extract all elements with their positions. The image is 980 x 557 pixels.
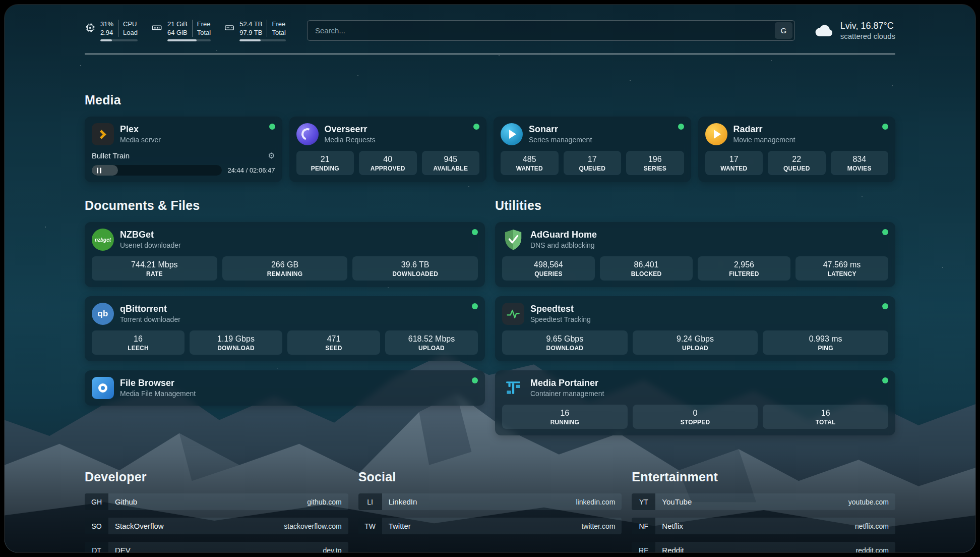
stat-queued: 22 QUEUED: [768, 151, 826, 175]
disk-widget: 52.4 TB Free 97.9 TB Total: [224, 20, 286, 41]
adguard-titles: AdGuard Home DNS and adblocking: [530, 230, 597, 250]
memory-widget: 21 GiB Free 64 GiB Total: [151, 20, 211, 41]
bookmark-github[interactable]: GH Github github.com: [85, 493, 348, 510]
app-card-portainer[interactable]: Media Portainer Container management 16 …: [495, 370, 895, 435]
status-online-dot: [472, 229, 478, 235]
stat-filtered: 2,956 FILTERED: [698, 256, 790, 281]
bookmark-stackoverflow[interactable]: SO StackOverflow stackoverflow.com: [85, 518, 348, 534]
linkedin-icon: LI: [358, 493, 382, 510]
search-engine-button[interactable]: G: [775, 22, 792, 39]
snow-flakes: [5, 5, 6, 6]
documents-section-title: Documents & Files: [85, 198, 485, 213]
nzbget-titles: NZBGet Usenet downloader: [120, 230, 181, 250]
bookmark-reddit[interactable]: RE Reddit reddit.com: [632, 542, 895, 553]
memory-widget-body: 21 GiB Free 64 GiB Total: [167, 20, 211, 41]
filebrowser-icon: [92, 377, 114, 399]
app-name: NZBGet: [120, 230, 181, 240]
memory-free-label: Free: [192, 20, 211, 28]
hard-drive-icon: [224, 22, 235, 33]
bookmark-name: LinkedIn: [382, 497, 576, 506]
app-card-filebrowser[interactable]: File Browser Media File Management: [85, 370, 485, 406]
gear-icon[interactable]: ⚙: [268, 151, 275, 160]
app-card-radarr[interactable]: Radarr Movie management 17 WANTED 22 QUE…: [698, 117, 896, 182]
stat-wanted: 17 WANTED: [705, 151, 763, 175]
bookmark-name: DEV: [108, 546, 323, 553]
bookmark-netflix[interactable]: NF Netflix netflix.com: [632, 518, 895, 534]
bookmark-url: reddit.com: [856, 546, 895, 553]
utilities-section-title: Utilities: [495, 198, 895, 213]
portainer-titles: Media Portainer Container management: [530, 378, 604, 398]
overseerr-icon: [296, 123, 319, 145]
memory-progress-bar: [167, 39, 211, 41]
app-name: File Browser: [120, 378, 196, 388]
app-subtitle: DNS and adblocking: [530, 241, 597, 250]
media-section-title: Media: [85, 93, 895, 107]
sonarr-titles: Sonarr Series management: [529, 124, 592, 144]
memory-total-value: 64 GiB: [167, 28, 188, 37]
stat-running: 16 RUNNING: [502, 405, 628, 429]
stat-rate: 744.21 Mbps RATE: [92, 256, 217, 281]
sonarr-icon: [501, 123, 523, 145]
disk-total-label: Total: [267, 28, 285, 37]
nzbget-icon: nzbget: [92, 229, 114, 251]
disk-total-value: 97.9 TB: [239, 28, 262, 37]
section-social: Social LI LinkedIn linkedin.com TW Twitt…: [358, 470, 622, 553]
stat-queued: 17 QUEUED: [564, 151, 622, 175]
stat-seed: 471 SEED: [287, 330, 380, 355]
bookmark-twitter[interactable]: TW Twitter twitter.com: [358, 518, 622, 534]
app-card-nzbget[interactable]: nzbget NZBGet Usenet downloader 744.21 M…: [85, 222, 485, 287]
twitter-icon: TW: [358, 518, 382, 534]
filebrowser-titles: File Browser Media File Management: [120, 378, 196, 398]
app-subtitle: Usenet downloader: [120, 241, 181, 250]
developer-section-title: Developer: [85, 470, 348, 484]
qbittorrent-icon: qb: [92, 303, 114, 325]
search-input[interactable]: [308, 26, 775, 35]
app-name: Overseerr: [325, 124, 376, 135]
cpu-usage-value: 31%: [100, 20, 113, 28]
entertainment-section-title: Entertainment: [632, 470, 895, 484]
app-card-overseerr[interactable]: Overseerr Media Requests 21 PENDING 40 A…: [289, 117, 487, 182]
reddit-icon: RE: [632, 542, 655, 553]
bookmark-youtube[interactable]: YT YouTube youtube.com: [632, 493, 895, 510]
status-online-dot: [472, 303, 478, 309]
status-online-dot: [473, 124, 479, 130]
app-card-speedtest[interactable]: Speedtest Speedtest Tracking 9.65 Gbps D…: [495, 296, 895, 361]
app-card-adguard[interactable]: AdGuard Home DNS and adblocking 498,564 …: [495, 222, 895, 287]
top-bar: 31% CPU 2.94 Load: [85, 5, 895, 41]
app-subtitle: Media File Management: [120, 389, 196, 398]
bookmark-url: stackoverflow.com: [284, 522, 348, 530]
status-online-dot: [678, 124, 684, 130]
plex-icon: [92, 123, 114, 145]
app-card-plex[interactable]: Plex Media server Bullet Train ⚙: [85, 117, 282, 182]
app-subtitle: Series management: [529, 136, 592, 144]
social-section-title: Social: [358, 470, 622, 484]
stat-movies: 834 MOVIES: [831, 151, 889, 175]
search-bar[interactable]: G: [307, 20, 795, 41]
stat-approved: 40 APPROVED: [359, 151, 417, 175]
bookmark-url: linkedin.com: [576, 498, 622, 506]
app-name: Speedtest: [530, 304, 591, 314]
memory-total-label: Total: [192, 28, 211, 37]
app-card-qbittorrent[interactable]: qb qBittorrent Torrent downloader 16 LEE…: [85, 296, 485, 361]
bookmark-url: netflix.com: [855, 522, 895, 530]
stat-leech: 16 LEECH: [92, 330, 185, 355]
status-online-dot: [882, 229, 888, 235]
disk-widget-body: 52.4 TB Free 97.9 TB Total: [239, 20, 286, 41]
stat-total: 16 TOTAL: [763, 405, 888, 429]
playback-progress-bar[interactable]: [92, 165, 222, 176]
bookmark-linkedin[interactable]: LI LinkedIn linkedin.com: [358, 493, 622, 510]
app-subtitle: Media Requests: [325, 136, 376, 144]
bookmark-url: youtube.com: [848, 498, 895, 506]
stat-upload: 618.52 Mbps UPLOAD: [385, 330, 478, 355]
pause-icon[interactable]: [97, 168, 101, 173]
app-card-sonarr[interactable]: Sonarr Series management 485 WANTED 17 Q…: [494, 117, 691, 182]
bookmark-dev[interactable]: DT DEV dev.to: [85, 542, 348, 553]
plex-titles: Plex Media server: [120, 124, 161, 144]
bookmark-url: dev.to: [323, 546, 348, 553]
app-subtitle: Speedtest Tracking: [530, 315, 591, 324]
stat-wanted: 485 WANTED: [501, 151, 559, 175]
disk-free-label: Free: [267, 20, 285, 28]
stat-downloaded: 39.6 TB DOWNLOADED: [352, 256, 478, 281]
stat-blocked: 86,401 BLOCKED: [600, 256, 693, 281]
system-widgets: 31% CPU 2.94 Load: [85, 20, 286, 41]
